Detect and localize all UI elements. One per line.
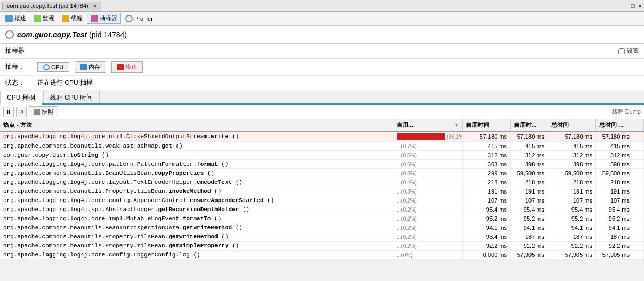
td-bar: ...(0.2%) bbox=[393, 223, 463, 232]
table-row[interactable]: org.apache.logging.log4j.core.impl.Mutab… bbox=[0, 214, 644, 223]
td-total-time2: 218 ms bbox=[596, 178, 633, 187]
thread-dump-label[interactable]: 线程 Dump bbox=[612, 108, 641, 116]
td-scroll-stub bbox=[633, 142, 644, 150]
td-bar: ...(0.5%) bbox=[393, 151, 463, 159]
toolbar-overview[interactable]: 概述 bbox=[2, 13, 29, 23]
toolbar-sampler[interactable]: 抽样器 bbox=[87, 13, 121, 24]
settings-row: 设置 bbox=[618, 47, 639, 55]
main-toolbar: 概述 监视 线程 抽样器 Profiler bbox=[0, 12, 644, 26]
td-total-time2: 398 ms bbox=[596, 160, 633, 168]
th-self-time2[interactable]: 自用时... bbox=[511, 119, 548, 131]
td-scroll-stub bbox=[633, 214, 644, 223]
td-self-time2: 95.2 ms bbox=[511, 214, 548, 223]
td-self-time2: 94.1 ms bbox=[511, 223, 548, 232]
maximize-icon[interactable]: □ bbox=[631, 3, 635, 9]
thread-icon bbox=[62, 15, 69, 22]
tab-thread-cpu-time[interactable]: 线程 CPU 时间 bbox=[43, 91, 100, 103]
td-self-time2: 218 ms bbox=[511, 178, 548, 187]
table-row[interactable]: org.apache.logging.log4j.core.config.Log… bbox=[0, 251, 644, 260]
methods-table: 热点 - 方法 自用... ▼ 自用时间 自用时... 总时间 总时间 ... … bbox=[0, 119, 644, 260]
tab-cpu-samples[interactable]: CPU 样例 bbox=[0, 91, 42, 105]
toolbar-monitor[interactable]: 监视 bbox=[30, 13, 58, 23]
toolbar-profiler[interactable]: Profiler bbox=[122, 14, 156, 23]
close-icon[interactable]: × bbox=[639, 3, 642, 9]
table-row[interactable]: org.apache.logging.log4j.spi.AbstractLog… bbox=[0, 205, 644, 214]
th-self-time[interactable]: 自用时间 bbox=[463, 119, 511, 131]
td-scroll-stub bbox=[633, 151, 644, 159]
snapshot-button[interactable]: 快照 bbox=[29, 106, 58, 117]
sampling-label: 抽样： bbox=[5, 62, 32, 71]
title-tab-close[interactable]: × bbox=[93, 3, 96, 9]
td-method: org.apache.commons.beanutils.BeanUtilsBe… bbox=[0, 169, 393, 178]
table-row[interactable]: org.apache.logging.log4j.core.pattern.Pa… bbox=[0, 160, 644, 169]
refresh-button[interactable]: ↺ bbox=[16, 107, 27, 117]
td-self-time: 303 ms bbox=[463, 160, 511, 168]
title-tab[interactable]: com.guor.copy.Test (pid 14784) × bbox=[2, 2, 101, 10]
td-total-time: 95.4 ms bbox=[548, 205, 596, 214]
stop-button[interactable]: 停止 bbox=[111, 61, 143, 73]
status-text: 正在进行 CPU 抽样 bbox=[37, 78, 93, 87]
toolbar-thread[interactable]: 线程 bbox=[59, 13, 86, 23]
td-total-time2: 107 ms bbox=[596, 196, 633, 205]
td-self-time: 0.000 ms bbox=[463, 251, 511, 259]
title-tab-text: com.guor.copy.Test (pid 14784) bbox=[7, 3, 88, 9]
td-total-time: 187 ms bbox=[548, 232, 596, 241]
td-total-time: 94.1 ms bbox=[548, 223, 596, 232]
td-bar: ...(0%) bbox=[393, 251, 463, 259]
td-bar: ...(0.2%) bbox=[393, 232, 463, 241]
table-header: 热点 - 方法 自用... ▼ 自用时间 自用时... 总时间 总时间 ... bbox=[0, 119, 644, 132]
td-total-time2: 57,905 ms bbox=[596, 251, 633, 259]
table-row[interactable]: org.apache.commons.beanutils.WeakFastHas… bbox=[0, 142, 644, 151]
stop-icon bbox=[117, 64, 124, 70]
table-row[interactable]: org.apache.commons.beanutils.PropertyUti… bbox=[0, 232, 644, 242]
td-method: org.apache.logging.log4j.core.impl.Mutab… bbox=[0, 214, 393, 223]
td-scroll-stub bbox=[633, 178, 644, 187]
td-method: org.apache.logging.log4j.core.util.Close… bbox=[0, 132, 393, 141]
table-row[interactable]: org.apache.commons.beanutils.PropertyUti… bbox=[0, 242, 644, 251]
td-self-time: 218 ms bbox=[463, 178, 511, 187]
sampler-icon bbox=[91, 15, 98, 22]
minimize-icon[interactable]: ─ bbox=[623, 3, 627, 9]
table-row[interactable]: org.apache.logging.log4j.core.config.App… bbox=[0, 196, 644, 205]
td-method: org.apache.commons.beanutils.BeanIntrosp… bbox=[0, 223, 393, 232]
pause-button[interactable]: ⏸ bbox=[3, 107, 14, 117]
app-title-text: com.guor.copy.Test (pid 14784) bbox=[17, 30, 127, 39]
settings-label: 设置 bbox=[627, 47, 639, 55]
settings-checkbox[interactable] bbox=[618, 48, 625, 54]
td-total-time: 398 ms bbox=[548, 160, 596, 168]
td-self-time2: 57,180 ms bbox=[511, 132, 548, 141]
td-total-time: 95.2 ms bbox=[548, 214, 596, 223]
td-total-time2: 94.1 ms bbox=[596, 223, 633, 232]
th-total-time[interactable]: 总时间 bbox=[548, 119, 596, 131]
td-scroll-stub bbox=[633, 242, 644, 250]
cpu-button[interactable]: CPU bbox=[37, 62, 69, 72]
td-bar: ...(0.4%) bbox=[393, 178, 463, 187]
td-method: org.apache.logging.log4j.core.config.App… bbox=[0, 196, 393, 205]
td-total-time2: 95.4 ms bbox=[596, 205, 633, 214]
td-self-time: 312 ms bbox=[463, 151, 511, 159]
table-row[interactable]: org.apache.commons.beanutils.BeanUtilsBe… bbox=[0, 169, 644, 178]
td-method: org.apache.commons.beanutils.PropertyUti… bbox=[0, 187, 393, 196]
td-bar: ...(0.2%) bbox=[393, 205, 463, 214]
td-scroll-stub bbox=[633, 187, 644, 196]
td-scroll-stub bbox=[633, 132, 644, 141]
td-total-time2: 312 ms bbox=[596, 151, 633, 159]
title-bar-left: com.guor.copy.Test (pid 14784) × bbox=[2, 2, 101, 10]
table-row[interactable]: org.apache.commons.beanutils.BeanIntrosp… bbox=[0, 223, 644, 232]
table-row[interactable]: org.apache.logging.log4j.core.layout.Tex… bbox=[0, 178, 644, 187]
td-self-time: 95.2 ms bbox=[463, 214, 511, 223]
table-row[interactable]: org.apache.commons.beanutils.PropertyUti… bbox=[0, 187, 644, 196]
td-self-time: 191 ms bbox=[463, 187, 511, 196]
table-row[interactable]: org.apache.logging.log4j.core.util.Close… bbox=[0, 132, 644, 142]
td-self-time2: 59,500 ms bbox=[511, 169, 548, 178]
td-self-time2: 191 ms bbox=[511, 187, 548, 196]
memory-button[interactable]: 内存 bbox=[75, 61, 106, 73]
table-row[interactable]: com.guor.copy.User.toString () ...(0.5%)… bbox=[0, 151, 644, 160]
th-total-time2[interactable]: 总时间 ... bbox=[596, 119, 633, 131]
td-bar: ...(0.5%) bbox=[393, 169, 463, 178]
overview-icon bbox=[5, 15, 13, 22]
td-total-time: 92.2 ms bbox=[548, 242, 596, 250]
td-method: org.apache.commons.beanutils.WeakFastHas… bbox=[0, 142, 393, 150]
th-self-pct[interactable]: 自用... ▼ bbox=[393, 119, 463, 131]
td-bar: ...(0.5%) bbox=[393, 160, 463, 168]
